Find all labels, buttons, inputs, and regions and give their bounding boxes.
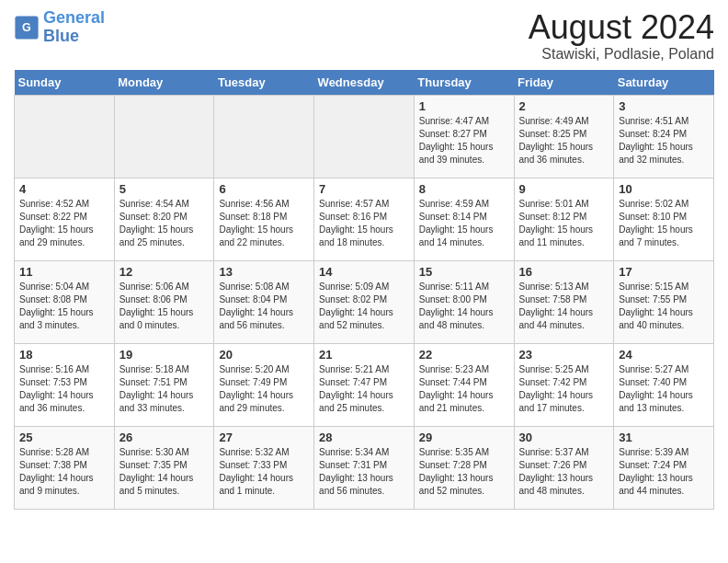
- calendar-cell: 4Sunrise: 4:52 AM Sunset: 8:22 PM Daylig…: [15, 178, 115, 260]
- day-number: 2: [519, 99, 609, 113]
- day-info: Sunrise: 5:37 AM Sunset: 7:26 PM Dayligh…: [519, 446, 609, 498]
- weekday-header-tuesday: Tuesday: [214, 70, 314, 96]
- calendar-week-1: 1Sunrise: 4:47 AM Sunset: 8:27 PM Daylig…: [15, 95, 714, 178]
- day-number: 17: [619, 265, 709, 279]
- day-number: 28: [319, 431, 409, 444]
- calendar-cell: 28Sunrise: 5:34 AM Sunset: 7:31 PM Dayli…: [314, 426, 415, 509]
- calendar-cell: 10Sunrise: 5:02 AM Sunset: 8:10 PM Dayli…: [614, 178, 714, 260]
- day-info: Sunrise: 5:35 AM Sunset: 7:28 PM Dayligh…: [419, 446, 509, 498]
- day-info: Sunrise: 5:32 AM Sunset: 7:33 PM Dayligh…: [219, 446, 309, 498]
- day-info: Sunrise: 5:04 AM Sunset: 8:08 PM Dayligh…: [19, 281, 109, 332]
- calendar-cell: 7Sunrise: 4:57 AM Sunset: 8:16 PM Daylig…: [314, 178, 415, 260]
- day-number: 18: [19, 348, 109, 362]
- calendar-cell: 14Sunrise: 5:09 AM Sunset: 8:02 PM Dayli…: [314, 260, 415, 343]
- day-info: Sunrise: 5:15 AM Sunset: 7:55 PM Dayligh…: [619, 281, 709, 332]
- day-number: 24: [619, 348, 709, 362]
- day-number: 20: [219, 348, 309, 362]
- day-info: Sunrise: 5:20 AM Sunset: 7:49 PM Dayligh…: [219, 363, 309, 415]
- day-info: Sunrise: 5:30 AM Sunset: 7:35 PM Dayligh…: [119, 446, 210, 498]
- weekday-header-wednesday: Wednesday: [314, 70, 415, 96]
- logo-icon: G: [14, 15, 40, 40]
- day-number: 30: [519, 431, 609, 444]
- day-number: 7: [319, 182, 409, 196]
- calendar-cell: [114, 95, 214, 178]
- calendar-cell: [15, 95, 115, 178]
- day-info: Sunrise: 5:34 AM Sunset: 7:31 PM Dayligh…: [319, 446, 409, 498]
- weekday-header-friday: Friday: [514, 70, 614, 96]
- day-number: 25: [19, 431, 109, 444]
- logo-text: General Blue: [43, 9, 105, 46]
- day-info: Sunrise: 4:56 AM Sunset: 8:18 PM Dayligh…: [219, 198, 309, 249]
- day-info: Sunrise: 5:28 AM Sunset: 7:38 PM Dayligh…: [19, 446, 109, 498]
- day-number: 15: [419, 265, 509, 279]
- calendar-cell: 24Sunrise: 5:27 AM Sunset: 7:40 PM Dayli…: [614, 343, 714, 426]
- day-number: 16: [519, 265, 609, 279]
- calendar-cell: 30Sunrise: 5:37 AM Sunset: 7:26 PM Dayli…: [514, 426, 614, 509]
- day-number: 10: [619, 182, 709, 196]
- day-number: 29: [419, 431, 509, 444]
- day-number: 1: [419, 99, 509, 113]
- weekday-header-monday: Monday: [114, 70, 214, 96]
- weekday-header-sunday: Sunday: [15, 70, 115, 96]
- calendar-cell: 18Sunrise: 5:16 AM Sunset: 7:53 PM Dayli…: [15, 343, 115, 426]
- calendar-cell: 22Sunrise: 5:23 AM Sunset: 7:44 PM Dayli…: [414, 343, 514, 426]
- day-number: 9: [519, 182, 609, 196]
- day-info: Sunrise: 4:51 AM Sunset: 8:24 PM Dayligh…: [619, 115, 709, 167]
- day-info: Sunrise: 5:16 AM Sunset: 7:53 PM Dayligh…: [19, 363, 109, 415]
- calendar-cell: [214, 95, 314, 178]
- calendar-cell: 26Sunrise: 5:30 AM Sunset: 7:35 PM Dayli…: [114, 426, 214, 509]
- logo: G General Blue: [14, 9, 105, 46]
- day-number: 8: [419, 182, 509, 196]
- day-info: Sunrise: 5:18 AM Sunset: 7:51 PM Dayligh…: [119, 363, 210, 415]
- calendar-cell: 16Sunrise: 5:13 AM Sunset: 7:58 PM Dayli…: [514, 260, 614, 343]
- title-block: August 2024 Stawiski, Podlasie, Poland: [529, 9, 714, 63]
- day-info: Sunrise: 4:52 AM Sunset: 8:22 PM Dayligh…: [19, 198, 109, 249]
- calendar-week-3: 11Sunrise: 5:04 AM Sunset: 8:08 PM Dayli…: [15, 260, 714, 343]
- day-number: 5: [119, 182, 210, 196]
- calendar-week-5: 25Sunrise: 5:28 AM Sunset: 7:38 PM Dayli…: [15, 426, 714, 509]
- subtitle: Stawiski, Podlasie, Poland: [529, 46, 714, 63]
- calendar-cell: 21Sunrise: 5:21 AM Sunset: 7:47 PM Dayli…: [314, 343, 415, 426]
- calendar-cell: 9Sunrise: 5:01 AM Sunset: 8:12 PM Daylig…: [514, 178, 614, 260]
- day-info: Sunrise: 4:59 AM Sunset: 8:14 PM Dayligh…: [419, 198, 509, 249]
- day-number: 31: [619, 431, 709, 444]
- day-number: 12: [119, 265, 210, 279]
- day-number: 27: [219, 431, 309, 444]
- calendar-cell: 3Sunrise: 4:51 AM Sunset: 8:24 PM Daylig…: [614, 95, 714, 178]
- calendar-cell: 20Sunrise: 5:20 AM Sunset: 7:49 PM Dayli…: [214, 343, 314, 426]
- day-info: Sunrise: 5:27 AM Sunset: 7:40 PM Dayligh…: [619, 363, 709, 415]
- day-info: Sunrise: 5:13 AM Sunset: 7:58 PM Dayligh…: [519, 281, 609, 332]
- day-info: Sunrise: 5:09 AM Sunset: 8:02 PM Dayligh…: [319, 281, 409, 332]
- day-info: Sunrise: 5:23 AM Sunset: 7:44 PM Dayligh…: [419, 363, 509, 415]
- calendar-cell: 12Sunrise: 5:06 AM Sunset: 8:06 PM Dayli…: [114, 260, 214, 343]
- day-info: Sunrise: 5:11 AM Sunset: 8:00 PM Dayligh…: [419, 281, 509, 332]
- calendar-cell: 5Sunrise: 4:54 AM Sunset: 8:20 PM Daylig…: [114, 178, 214, 260]
- day-info: Sunrise: 5:25 AM Sunset: 7:42 PM Dayligh…: [519, 363, 609, 415]
- day-info: Sunrise: 5:21 AM Sunset: 7:47 PM Dayligh…: [319, 363, 409, 415]
- weekday-header-thursday: Thursday: [414, 70, 514, 96]
- calendar-cell: 15Sunrise: 5:11 AM Sunset: 8:00 PM Dayli…: [414, 260, 514, 343]
- calendar-cell: 11Sunrise: 5:04 AM Sunset: 8:08 PM Dayli…: [15, 260, 115, 343]
- day-info: Sunrise: 5:06 AM Sunset: 8:06 PM Dayligh…: [119, 281, 210, 332]
- calendar-week-4: 18Sunrise: 5:16 AM Sunset: 7:53 PM Dayli…: [15, 343, 714, 426]
- calendar-table: SundayMondayTuesdayWednesdayThursdayFrid…: [14, 70, 714, 510]
- main-title: August 2024: [529, 9, 714, 46]
- day-number: 3: [619, 99, 709, 113]
- calendar-cell: 6Sunrise: 4:56 AM Sunset: 8:18 PM Daylig…: [214, 178, 314, 260]
- day-info: Sunrise: 4:49 AM Sunset: 8:25 PM Dayligh…: [519, 115, 609, 167]
- page-header: G General Blue August 2024 Stawiski, Pod…: [14, 9, 714, 63]
- calendar-cell: 29Sunrise: 5:35 AM Sunset: 7:28 PM Dayli…: [414, 426, 514, 509]
- calendar-cell: 23Sunrise: 5:25 AM Sunset: 7:42 PM Dayli…: [514, 343, 614, 426]
- day-number: 21: [319, 348, 409, 362]
- day-info: Sunrise: 4:54 AM Sunset: 8:20 PM Dayligh…: [119, 198, 210, 249]
- day-info: Sunrise: 5:08 AM Sunset: 8:04 PM Dayligh…: [219, 281, 309, 332]
- day-info: Sunrise: 4:47 AM Sunset: 8:27 PM Dayligh…: [419, 115, 509, 167]
- day-number: 19: [119, 348, 210, 362]
- day-number: 23: [519, 348, 609, 362]
- calendar-cell: 2Sunrise: 4:49 AM Sunset: 8:25 PM Daylig…: [514, 95, 614, 178]
- calendar-cell: 13Sunrise: 5:08 AM Sunset: 8:04 PM Dayli…: [214, 260, 314, 343]
- day-number: 4: [19, 182, 109, 196]
- day-number: 22: [419, 348, 509, 362]
- calendar-cell: 8Sunrise: 4:59 AM Sunset: 8:14 PM Daylig…: [414, 178, 514, 260]
- day-number: 11: [19, 265, 109, 279]
